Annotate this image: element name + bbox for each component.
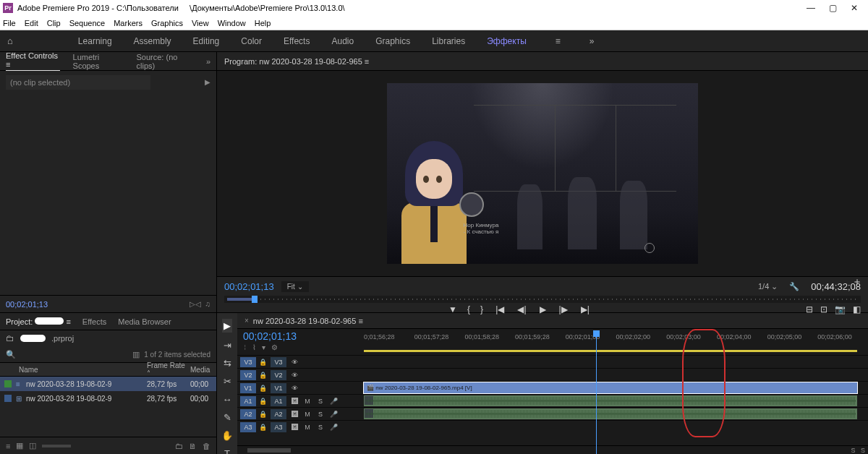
bin-icon[interactable]: 🗀 (6, 333, 14, 343)
ws-overflow-icon[interactable]: » (590, 36, 595, 46)
link-icon[interactable]: ⌇ (252, 343, 256, 351)
type-tool-icon[interactable]: T (224, 448, 230, 454)
go-in-icon[interactable]: |◀ (495, 304, 504, 314)
tab-source[interactable]: Source: (no clips) (137, 53, 193, 70)
ws-custom[interactable]: Эффекты (487, 36, 527, 46)
track-v2[interactable] (364, 369, 868, 381)
tab-effects[interactable]: Effects (82, 317, 106, 326)
home-icon[interactable]: ⌂ (7, 35, 13, 46)
lock-icon[interactable]: 🔒 (259, 372, 268, 379)
expand-icon[interactable]: ▶ (205, 78, 210, 86)
icon-view-icon[interactable]: ▦ (16, 441, 23, 450)
freeform-view-icon[interactable]: ◫ (29, 441, 36, 450)
tab-effect-controls[interactable]: Effect Controls ≡ (6, 51, 60, 72)
timeline-timecode[interactable]: 00;02;01;13 (243, 330, 358, 342)
play-icon[interactable]: ▶ (540, 304, 546, 314)
pen-tool-icon[interactable]: ✎ (224, 412, 231, 423)
ws-learning[interactable]: Learning (78, 36, 112, 46)
tc-icon1[interactable]: ▷◁ (190, 300, 201, 308)
mute-icon[interactable]: 🅼 (289, 398, 299, 405)
new-bin-icon[interactable]: 🗀 (175, 442, 183, 450)
step-fwd-icon[interactable]: |▶ (559, 304, 568, 314)
resolution-dropdown[interactable]: 1/4 ⌄ (758, 282, 778, 291)
playhead[interactable] (596, 330, 597, 454)
menu-clip[interactable]: Clip (47, 19, 61, 27)
mute-icon[interactable]: 🅼 (289, 411, 299, 418)
search-icon[interactable]: 🔍 (6, 350, 16, 359)
track-a3[interactable] (364, 421, 868, 433)
program-monitor[interactable]: Нор Кинмура- К счастью я (217, 71, 868, 276)
lock-icon[interactable]: 🔒 (259, 411, 268, 418)
ripple-tool-icon[interactable]: ⇆ (224, 358, 231, 369)
ws-libraries[interactable]: Libraries (432, 36, 465, 46)
razor-tool-icon[interactable]: ✂ (224, 376, 231, 387)
menu-file[interactable]: File (3, 19, 16, 27)
in-bracket-icon[interactable]: { (467, 304, 470, 314)
mic-icon[interactable]: 🎤 (328, 424, 339, 431)
track-v1[interactable]: 🎬 nw 2020-03-28 19-08-02-965.mp4 [V] (364, 382, 868, 394)
menu-window[interactable]: Window (218, 19, 246, 27)
eye-icon[interactable]: 👁 (289, 372, 299, 379)
thumb-slider[interactable] (42, 445, 71, 447)
snap-icon[interactable]: ⸽ (243, 343, 247, 351)
ws-menu-icon[interactable]: ≡ (556, 36, 561, 46)
new-item-icon[interactable]: 🗎 (189, 442, 197, 450)
ws-audio[interactable]: Audio (331, 36, 354, 46)
audio-clip[interactable] (364, 395, 857, 406)
video-clip[interactable]: 🎬 nw 2020-03-28 19-08-02-965.mp4 [V] (364, 382, 857, 393)
track-a2[interactable] (364, 408, 868, 420)
source-timecode[interactable]: 00;02;01;13 (6, 300, 48, 309)
menu-graphics[interactable]: Graphics (151, 19, 183, 27)
program-scrubber[interactable] (224, 296, 861, 303)
tab-lumetri-scopes[interactable]: Lumetri Scopes (73, 53, 124, 70)
ws-effects[interactable]: Effects (284, 36, 310, 46)
marker-add-icon[interactable]: ▾ (262, 343, 265, 351)
compare-icon[interactable]: ◧ (853, 304, 861, 314)
ws-graphics[interactable]: Graphics (375, 36, 410, 46)
lock-icon[interactable]: 🔒 (259, 398, 268, 405)
menu-help[interactable]: Help (255, 19, 271, 27)
step-back-icon[interactable]: ◀| (517, 304, 526, 314)
menu-sequence[interactable]: Sequence (69, 19, 106, 27)
lock-icon[interactable]: 🔒 (259, 385, 268, 392)
close-button[interactable]: ✕ (843, 3, 865, 13)
lock-icon[interactable]: 🔒 (259, 424, 268, 431)
tab-project[interactable]: Project: ≡ (6, 317, 71, 326)
filter-icon[interactable]: ▥ (132, 350, 140, 359)
track-a1[interactable] (364, 395, 868, 407)
col-frame-rate[interactable]: Frame Rate ˄ (147, 361, 190, 377)
menu-markers[interactable]: Markers (114, 19, 142, 27)
eye-icon[interactable]: 👁 (289, 359, 299, 366)
audio-clip[interactable] (364, 408, 857, 419)
settings2-icon[interactable]: ⚙ (271, 343, 278, 351)
close-seq-icon[interactable]: × (244, 317, 249, 325)
ws-assembly[interactable]: Assembly (134, 36, 171, 46)
slip-tool-icon[interactable]: ↔ (223, 394, 232, 405)
col-media[interactable]: Media (190, 366, 216, 374)
program-timecode[interactable]: 00;02;01;13 (224, 281, 274, 292)
timeline-scrollbar[interactable]: S S (237, 445, 868, 454)
sequence-tab[interactable]: nw 2020-03-28 19-08-02-965 ≡ (253, 317, 363, 325)
project-item[interactable]: ≡ nw 2020-03-28 19-08-02-9 28,72 fps 00;… (0, 377, 216, 391)
trash-icon[interactable]: 🗑 (203, 442, 210, 450)
extract-icon[interactable]: ⊡ (820, 304, 827, 314)
time-ruler[interactable]: 0;01;56;2800;01;57;2800;01;58;2800;01;59… (364, 329, 868, 355)
tc-icon2[interactable]: ♫ (205, 300, 211, 308)
project-item[interactable]: ⊞ nw 2020-03-28 19-08-02-9 28,72 fps 00;… (0, 391, 216, 406)
marker-icon[interactable]: ▼ (448, 304, 457, 314)
menu-view[interactable]: View (192, 19, 209, 27)
list-view-icon[interactable]: ≡ (6, 442, 10, 450)
go-out-icon[interactable]: ▶| (581, 304, 590, 314)
lift-icon[interactable]: ⊟ (806, 304, 813, 314)
col-name[interactable]: Name (0, 366, 147, 374)
tab-media-browser[interactable]: Media Browser (118, 317, 171, 326)
project-search-input[interactable] (20, 351, 128, 359)
zoom-fit-dropdown[interactable]: Fit ⌄ (281, 281, 309, 292)
out-bracket-icon[interactable]: } (480, 304, 483, 314)
mute-icon[interactable]: 🅼 (289, 424, 299, 431)
mic-icon[interactable]: 🎤 (328, 411, 339, 418)
menu-edit[interactable]: Edit (25, 19, 38, 27)
panel-overflow-icon[interactable]: » (206, 57, 210, 66)
eye-icon[interactable]: 👁 (289, 385, 299, 392)
track-select-tool-icon[interactable]: ⇥ (224, 340, 231, 351)
